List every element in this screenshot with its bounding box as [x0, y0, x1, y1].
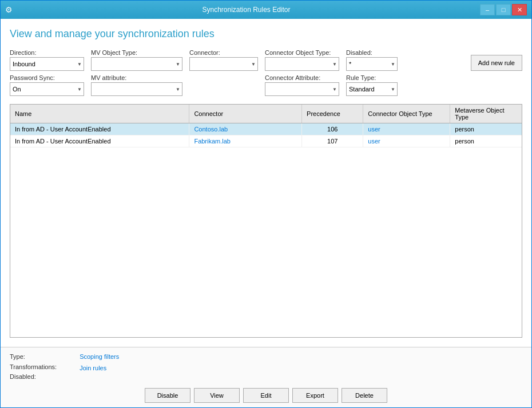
disabled-select[interactable]: * Yes No [346, 57, 398, 71]
connector-label: Connector: [189, 49, 258, 56]
restore-button[interactable]: □ [496, 4, 511, 15]
disabled-label: Disabled: [346, 49, 398, 56]
direction-label: Direction: [10, 49, 84, 56]
cell-conn-obj-type: user [363, 135, 450, 147]
cell-precedence: 106 [302, 123, 363, 135]
mv-attr-select[interactable] [91, 82, 182, 96]
bottom-info: Type: Transformations: Disabled: Scoping… [10, 352, 522, 382]
disabled-bottom-label: Disabled: [10, 373, 36, 380]
transformations-info-line: Transformations: [10, 362, 57, 373]
window-title: Synchronization Rules Editor [13, 6, 480, 14]
table-header-row: Name Connector Precedence Connector Obje… [10, 105, 522, 123]
filter-row-2: Password Sync: On Off MV attribute: [10, 74, 522, 96]
password-sync-select[interactable]: On Off [10, 82, 84, 96]
password-sync-group: Password Sync: On Off [10, 74, 84, 96]
connector-object-group: Connector Object Type: [265, 49, 339, 71]
rules-table-container: Name Connector Precedence Connector Obje… [10, 104, 522, 338]
bottom-left-info: Type: Transformations: Disabled: [10, 352, 57, 382]
join-rules-link[interactable]: Join rules [80, 363, 119, 374]
mv-object-label: MV Object Type: [91, 49, 182, 56]
export-button[interactable]: Export [292, 388, 338, 403]
title-bar: ⚙ Synchronization Rules Editor – □ ✕ [1, 1, 531, 19]
content-area: View and manage your synchronization rul… [1, 19, 531, 347]
edit-button[interactable]: Edit [243, 388, 289, 403]
table-row[interactable]: In from AD - User AccountEnabled Fabrika… [10, 135, 522, 147]
col-header-precedence: Precedence [302, 105, 363, 123]
connector-object-select[interactable] [265, 57, 339, 71]
minimize-button[interactable]: – [480, 4, 495, 15]
col-header-meta-obj-type: Metaverse Object Type [450, 105, 522, 123]
window-controls: – □ ✕ [480, 4, 527, 15]
delete-button[interactable]: Delete [342, 388, 387, 403]
connector-attr-group: Connector Attribute: [265, 74, 339, 96]
close-button[interactable]: ✕ [512, 4, 527, 15]
table-row[interactable]: In from AD - User AccountEnabled Contoso… [10, 123, 522, 135]
cell-name: In from AD - User AccountEnabled [10, 135, 189, 147]
cell-connector: Contoso.lab [189, 123, 302, 135]
bottom-panel: Type: Transformations: Disabled: Scoping… [1, 347, 531, 407]
view-button[interactable]: View [194, 388, 240, 403]
rule-type-select[interactable]: Standard Custom [346, 82, 398, 96]
connector-attr-select[interactable] [265, 82, 339, 96]
scoping-filters-link[interactable]: Scoping filters [80, 352, 119, 362]
cell-precedence: 107 [302, 135, 363, 147]
direction-group: Direction: Inbound Outbound [10, 49, 84, 71]
cell-meta-obj-type: person [450, 135, 522, 147]
password-sync-label: Password Sync: [10, 74, 84, 81]
direction-select[interactable]: Inbound Outbound [10, 57, 84, 71]
cell-meta-obj-type: person [450, 123, 522, 135]
disabled-info-line: Disabled: [10, 372, 57, 382]
mv-object-select[interactable] [91, 57, 182, 71]
col-header-name: Name [10, 105, 189, 123]
transformations-label: Transformations: [10, 363, 57, 370]
filter-section: Direction: Inbound Outbound MV Object Ty… [10, 49, 522, 99]
connector-select[interactable] [189, 57, 258, 71]
mv-attr-group: MV attribute: [91, 74, 182, 96]
connector-object-label: Connector Object Type: [265, 49, 339, 56]
app-icon: ⚙ [5, 5, 13, 14]
disable-button[interactable]: Disable [145, 388, 190, 403]
filter-row-1: Direction: Inbound Outbound MV Object Ty… [10, 49, 522, 71]
connector-attr-label: Connector Attribute: [265, 74, 339, 81]
disabled-group: Disabled: * Yes No [346, 49, 398, 71]
rule-type-group: Rule Type: Standard Custom [346, 74, 398, 96]
cell-connector: Fabrikam.lab [189, 135, 302, 147]
col-header-conn-obj-type: Connector Object Type [363, 105, 450, 123]
rules-table: Name Connector Precedence Connector Obje… [10, 105, 522, 147]
col-header-connector: Connector [189, 105, 302, 123]
page-title: View and manage your synchronization rul… [10, 28, 522, 40]
connector-group: Connector: [189, 49, 258, 71]
mv-object-group: MV Object Type: [91, 49, 182, 71]
add-new-rule-button[interactable]: Add new rule [471, 55, 522, 71]
bottom-right-info: Scoping filters Join rules [80, 352, 119, 382]
main-window: ⚙ Synchronization Rules Editor – □ ✕ Vie… [0, 0, 532, 408]
type-info-line: Type: [10, 352, 57, 362]
cell-conn-obj-type: user [363, 123, 450, 135]
mv-attr-label: MV attribute: [91, 74, 182, 81]
rule-type-label: Rule Type: [346, 74, 398, 81]
cell-name: In from AD - User AccountEnabled [10, 123, 189, 135]
bottom-buttons: Disable View Edit Export Delete [10, 388, 522, 403]
type-label: Type: [10, 353, 25, 360]
